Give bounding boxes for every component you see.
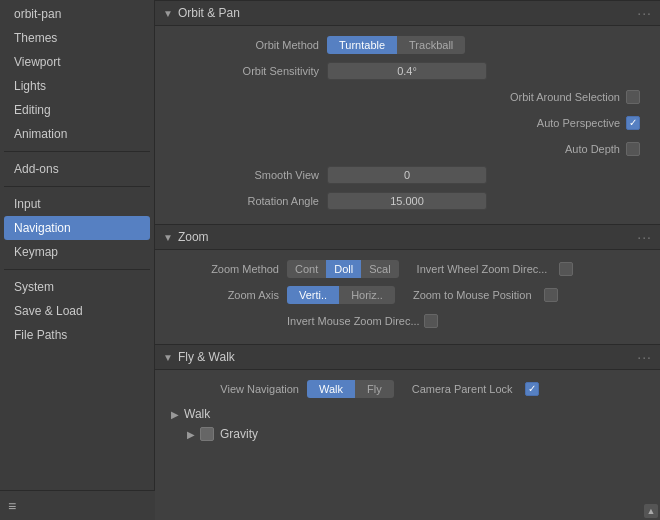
sidebar-group-1: orbit-pan Themes Viewport Lights Editing… [0,0,154,148]
smooth-view-input[interactable] [327,166,487,184]
sidebar-item-lights[interactable]: Lights [4,74,150,98]
scroll-down-arrow[interactable]: ▲ [644,504,658,518]
sidebar-separator-1 [4,151,150,152]
gravity-checkbox[interactable] [200,427,214,441]
zoom-horizontal-btn[interactable]: Horiz.. [339,286,395,304]
zoom-mouse-position-label: Zoom to Mouse Position [413,289,532,301]
section-orbit-pan-header[interactable]: ▼ Orbit & Pan ··· [155,0,660,26]
orbit-method-btn-group: Turntable Trackball [327,36,465,54]
sidebar-separator-3 [4,269,150,270]
walk-subsection: ▶ Walk ▶ Gravity [167,404,648,444]
sidebar-item-interface[interactable]: orbit-pan [4,2,150,26]
zoom-scal-btn[interactable]: Scal [361,260,398,278]
section-fly-walk-header[interactable]: ▼ Fly & Walk ··· [155,344,660,370]
gravity-expand-arrow: ▶ [187,429,195,440]
sidebar-group-4: System Save & Load File Paths [0,273,154,349]
zoom-arrow: ▼ [163,232,173,243]
rotation-angle-controls [327,192,648,210]
orbit-pan-dots[interactable]: ··· [637,5,652,21]
orbit-around-selection-row: Orbit Around Selection [167,86,648,108]
auto-perspective-row: Auto Perspective ✓ [167,112,648,134]
orbit-around-selection-checkbox[interactable] [626,90,640,104]
orbit-sensitivity-controls [327,62,648,80]
view-navigation-controls: Walk Fly Camera Parent Lock ✓ [307,380,648,398]
orbit-method-row: Orbit Method Turntable Trackball [167,34,648,56]
turntable-btn[interactable]: Turntable [327,36,397,54]
fly-walk-dots[interactable]: ··· [637,349,652,365]
gravity-row: ▶ Gravity [167,424,648,444]
sidebar-item-save-load[interactable]: Save & Load [4,299,150,323]
sidebar-item-editing[interactable]: Editing [4,98,150,122]
zoom-dots[interactable]: ··· [637,229,652,245]
zoom-mouse-position-checkbox[interactable] [544,288,558,302]
sidebar-group-2: Add-ons [0,155,154,183]
sidebar-item-keymap[interactable]: Keymap [4,240,150,264]
fly-walk-arrow: ▼ [163,352,173,363]
fly-walk-content: View Navigation Walk Fly Camera Parent L… [155,370,660,452]
smooth-view-row: Smooth View [167,164,648,186]
sidebar-item-animation[interactable]: Animation [4,122,150,146]
sidebar-item-file-paths[interactable]: File Paths [4,323,150,347]
rotation-angle-input[interactable] [327,192,487,210]
zoom-content: Zoom Method Cont Doll Scal Invert Wheel … [155,250,660,344]
zoom-method-row: Zoom Method Cont Doll Scal Invert Wheel … [167,258,648,280]
auto-perspective-label: Auto Perspective [537,117,620,129]
sidebar-item-themes[interactable]: Themes [4,26,150,50]
orbit-sensitivity-input[interactable] [327,62,487,80]
section-zoom-header[interactable]: ▼ Zoom ··· [155,224,660,250]
sidebar: orbit-pan Themes Viewport Lights Editing… [0,0,155,520]
fly-btn[interactable]: Fly [355,380,394,398]
auto-perspective-checkbox[interactable]: ✓ [626,116,640,130]
walk-expand-arrow: ▶ [171,409,179,420]
sidebar-item-input[interactable]: Input [4,192,150,216]
sidebar-item-viewport[interactable]: Viewport [4,50,150,74]
walk-expand-row[interactable]: ▶ Walk [167,404,648,424]
invert-mouse-zoom-label: Invert Mouse Zoom Direc... [287,315,420,327]
invert-mouse-zoom-checkbox[interactable] [424,314,438,328]
orbit-pan-title: Orbit & Pan [178,6,240,20]
zoom-vertical-btn[interactable]: Verti.. [287,286,339,304]
smooth-view-controls [327,166,648,184]
sidebar-separator-2 [4,186,150,187]
orbit-pan-arrow: ▼ [163,8,173,19]
view-navigation-btn-group: Walk Fly [307,380,394,398]
zoom-cont-btn[interactable]: Cont [287,260,326,278]
orbit-sensitivity-label: Orbit Sensitivity [167,65,327,77]
orbit-method-label: Orbit Method [167,39,327,51]
rotation-angle-row: Rotation Angle [167,190,648,212]
sidebar-item-navigation[interactable]: Navigation [4,216,150,240]
view-navigation-label: View Navigation [167,383,307,395]
hamburger-icon[interactable]: ≡ [8,498,16,514]
camera-parent-lock-checkbox[interactable]: ✓ [525,382,539,396]
zoom-method-btn-group: Cont Doll Scal [287,260,399,278]
fly-walk-title: Fly & Walk [178,350,235,364]
orbit-around-selection-label: Orbit Around Selection [510,91,620,103]
walk-btn[interactable]: Walk [307,380,355,398]
zoom-doll-btn[interactable]: Doll [326,260,361,278]
trackball-btn[interactable]: Trackball [397,36,465,54]
auto-depth-row: Auto Depth [167,138,648,160]
auto-depth-label: Auto Depth [565,143,620,155]
zoom-axis-row: Zoom Axis Verti.. Horiz.. Zoom to Mouse … [167,284,648,306]
view-navigation-row: View Navigation Walk Fly Camera Parent L… [167,378,648,400]
checkmark-icon: ✓ [629,118,637,128]
invert-mouse-zoom-controls: Invert Mouse Zoom Direc... [287,314,648,328]
bottom-bar: ≡ [0,490,155,520]
invert-wheel-checkbox[interactable] [559,262,573,276]
camera-lock-checkmark: ✓ [528,384,536,394]
camera-parent-lock-label: Camera Parent Lock [412,383,513,395]
invert-mouse-zoom-row: Invert Mouse Zoom Direc... [167,310,648,332]
gravity-label: Gravity [220,427,258,441]
smooth-view-label: Smooth View [167,169,327,181]
zoom-axis-label: Zoom Axis [167,289,287,301]
orbit-sensitivity-row: Orbit Sensitivity [167,60,648,82]
sidebar-item-system[interactable]: System [4,275,150,299]
invert-wheel-label: Invert Wheel Zoom Direc... [417,263,548,275]
orbit-method-controls: Turntable Trackball [327,36,648,54]
zoom-method-label: Zoom Method [167,263,287,275]
zoom-axis-btn-group: Verti.. Horiz.. [287,286,395,304]
auto-depth-checkbox[interactable] [626,142,640,156]
sidebar-item-add-ons[interactable]: Add-ons [4,157,150,181]
orbit-pan-content: Orbit Method Turntable Trackball Orbit S… [155,26,660,224]
zoom-title: Zoom [178,230,209,244]
